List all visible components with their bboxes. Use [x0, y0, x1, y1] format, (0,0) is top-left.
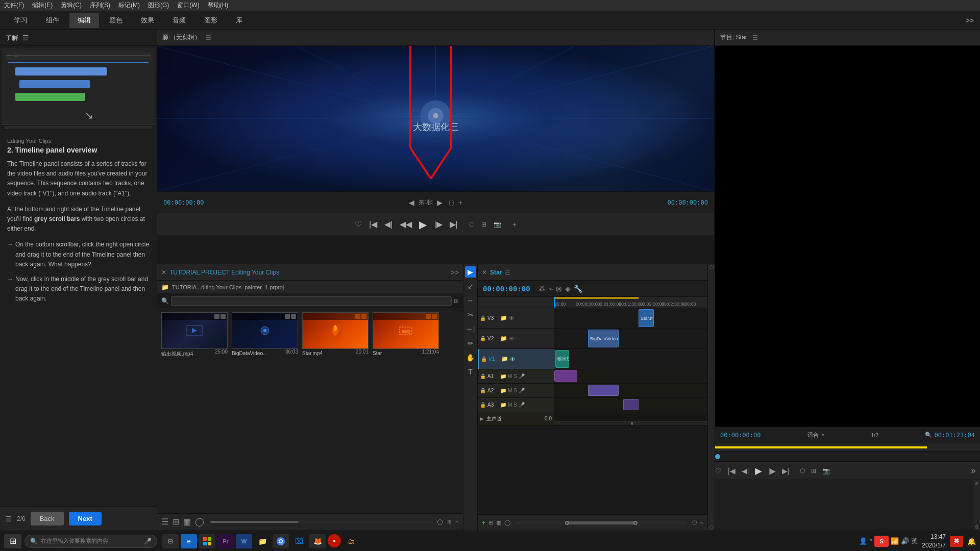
taskbar-app-store[interactable]	[199, 534, 215, 548]
heart-icon[interactable]: ♡	[355, 219, 362, 229]
menu-edit[interactable]: 编辑(E)	[32, 1, 53, 10]
taskbar-app-vscode[interactable]: ⌧	[291, 534, 307, 548]
pf-icon-icon[interactable]: ⊞	[173, 517, 179, 527]
play-icon[interactable]: ▶	[419, 218, 427, 231]
solo-icon-a2[interactable]: S	[513, 388, 517, 393]
prog-camera-icon[interactable]: 📷	[822, 467, 830, 474]
clip-audio-a1[interactable]	[554, 370, 577, 382]
in-out-icons[interactable]: { }	[449, 199, 454, 206]
clip-item-4[interactable]: SEQ Star 1:21:04	[373, 312, 439, 509]
tab-effects[interactable]: 效果	[133, 13, 162, 28]
system-clock[interactable]: 13:47 2020/1/7	[922, 533, 946, 550]
seq-pentagon-icon[interactable]: ⬠	[692, 519, 697, 526]
lock-icon-a1[interactable]: 🔒	[480, 373, 486, 379]
seq-settings-icon[interactable]: ⊞	[488, 519, 493, 526]
program-fit-dropdown[interactable]: 适合	[807, 431, 819, 439]
seq-tilde-icon[interactable]: ~	[700, 520, 703, 526]
seq-link-icon[interactable]: ⊠	[556, 285, 562, 293]
back-button[interactable]: Back	[31, 512, 64, 525]
timeline-vscroll[interactable]	[707, 264, 715, 531]
seq-circle-icon[interactable]: ◯	[504, 519, 510, 526]
scroll-circle-right[interactable]	[633, 521, 638, 525]
tool-razor[interactable]: ✂	[465, 309, 476, 320]
folder-icon-v2[interactable]: 📁	[500, 335, 507, 342]
lock-icon-v2[interactable]: 🔒	[480, 336, 486, 341]
mic-icon-a3[interactable]: 🎤	[519, 402, 525, 408]
step-fwd-icon[interactable]: |▶	[434, 219, 442, 229]
tool-select[interactable]: ▶	[465, 266, 476, 278]
ruler-marks-area[interactable]: 00:00 00:00:30:00 00:01:00:00 00:01:30:0…	[554, 297, 707, 308]
tool-pen[interactable]: ✏	[465, 338, 476, 349]
program-menu-icon[interactable]: ☰	[752, 34, 758, 41]
clip-item-3[interactable]: Star.mp4 20:01	[302, 312, 369, 509]
menu-sequence[interactable]: 序列(S)	[90, 1, 110, 10]
solo-icon-a1[interactable]: S	[513, 373, 517, 379]
footer-menu-icon[interactable]: ☰	[5, 515, 12, 523]
start-button[interactable]: ⊞	[4, 534, 21, 548]
menu-clip[interactable]: 剪辑(C)	[61, 1, 82, 10]
pf-plus-icon[interactable]: ⊞	[447, 519, 451, 524]
notification-icon[interactable]: 🔔	[967, 537, 976, 545]
prog-stepback-icon[interactable]: ◀|	[742, 467, 749, 475]
play-back-icon[interactable]: ◀◀	[400, 219, 412, 229]
tool-slip[interactable]: ↔|	[465, 323, 476, 335]
scroll-right-circle[interactable]	[632, 422, 633, 425]
tray-yingyu-badge[interactable]: 英	[950, 536, 963, 547]
seq-scrollbar[interactable]	[516, 521, 687, 524]
eye-icon-v3[interactable]: 👁	[509, 315, 514, 321]
tab-graphics[interactable]: 图形	[196, 13, 226, 28]
tray-lang-indicator[interactable]: S	[874, 536, 889, 547]
lock-icon-v3[interactable]: 🔒	[480, 315, 486, 321]
menu-marker[interactable]: 标记(M)	[118, 1, 140, 10]
prog-vscroll[interactable]: S S	[973, 480, 980, 531]
prog-heart-icon[interactable]: ♡	[715, 467, 722, 475]
frame-counter[interactable]: 第1帧	[419, 198, 433, 206]
plus-icon[interactable]: +	[458, 198, 462, 207]
folder-icon-a1[interactable]: 📁	[500, 373, 506, 379]
tool-text[interactable]: T	[465, 366, 476, 378]
tab-library[interactable]: 库	[228, 13, 251, 28]
seq-marker-icon[interactable]: ◈	[565, 285, 571, 293]
project-scrollbar[interactable]	[210, 521, 431, 523]
next-clip-icon[interactable]: ▶|	[450, 219, 458, 229]
seq-close-icon[interactable]: ✕	[482, 269, 487, 276]
prog-export-icon[interactable]: ⬡	[800, 467, 805, 474]
pf-pentagon-icon[interactable]: ⬠	[437, 518, 443, 526]
tab-color[interactable]: 颜色	[101, 13, 131, 28]
tab-learn[interactable]: 学习	[6, 13, 36, 28]
nav-more[interactable]: >>	[966, 16, 974, 24]
eye-icon-v2[interactable]: 👁	[509, 336, 514, 342]
seq-snap-icon[interactable]: ⁂	[538, 285, 546, 293]
pf-freeform-icon[interactable]: ▦	[183, 517, 191, 527]
tray-volume-icon[interactable]: 🔊	[901, 537, 909, 545]
mute-icon-a1[interactable]: M	[508, 373, 512, 379]
tray-network-icon[interactable]: 👤	[859, 537, 867, 545]
clip-audio-a3[interactable]	[623, 399, 639, 410]
next-button[interactable]: Next	[69, 512, 102, 525]
source-menu-icon[interactable]: ☰	[206, 34, 211, 41]
prev-frame-icon[interactable]: ◀	[409, 198, 414, 207]
dropdown-arrow-icon[interactable]: ▾	[822, 432, 824, 438]
tab-edit[interactable]: 编辑	[69, 13, 99, 28]
pf-tilde-icon[interactable]: ~	[455, 518, 459, 525]
taskbar-app-premiere[interactable]: Pr	[217, 534, 234, 548]
eye-icon-v1[interactable]: 👁	[510, 356, 516, 362]
taskbar-mic-icon[interactable]: 🎤	[144, 538, 152, 545]
clip-audio-a2[interactable]	[588, 385, 619, 396]
program-ruler[interactable]	[715, 443, 980, 451]
seq-lock-icon[interactable]: ▦	[496, 519, 501, 526]
list-view-icon[interactable]: ⊞	[454, 297, 459, 305]
taskbar-search-box[interactable]: 🔍 在这里输入你要搜索的内容 🎤	[24, 535, 157, 548]
prev-clip-icon[interactable]: |◀	[369, 219, 377, 229]
menu-file[interactable]: 文件(F)	[4, 1, 24, 10]
clip-bigdata-v2[interactable]: BigDataVideo.mp4	[588, 330, 619, 347]
project-title[interactable]: TUTORIAL PROJECT Editing Your Clips	[169, 269, 279, 276]
menu-help[interactable]: 帮助(H)	[208, 1, 229, 10]
next-frame-icon[interactable]: ▶	[437, 198, 443, 207]
mute-icon-a3[interactable]: M	[508, 402, 512, 408]
clip-export-v1[interactable]: 输出视频	[555, 350, 569, 368]
menu-graphics[interactable]: 图形(G)	[148, 1, 169, 10]
master-expand-icon[interactable]: ▶	[480, 416, 484, 421]
add-track-icon[interactable]: +	[482, 519, 485, 527]
prog-add-icon[interactable]: »	[971, 465, 980, 476]
